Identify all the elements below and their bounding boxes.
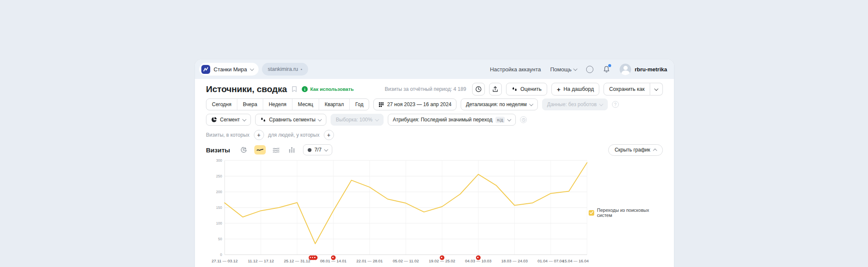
annotation-marker-dot bbox=[332, 257, 334, 258]
site-dot: • bbox=[300, 67, 302, 72]
add-visit-condition-button[interactable]: + bbox=[254, 130, 264, 140]
history-clock-button[interactable] bbox=[472, 83, 485, 96]
chart-title: Визиты bbox=[206, 146, 230, 154]
counter-name: Станки Мира bbox=[214, 66, 247, 73]
chevron-down-icon bbox=[654, 87, 659, 91]
period-quarter[interactable]: Квартал bbox=[319, 99, 349, 110]
site-tag[interactable]: stankimira.ru • bbox=[262, 63, 308, 76]
hide-chart-button[interactable]: Скрыть график bbox=[608, 144, 663, 156]
attribution-dropdown[interactable]: Атрибуция: Последний значимый переход К/… bbox=[388, 114, 516, 126]
y-tick-label: 100 bbox=[216, 221, 222, 225]
bookmark-icon[interactable] bbox=[291, 86, 298, 93]
user-menu[interactable]: rbru-metrika bbox=[620, 64, 667, 75]
filters-row-1: Сегодня Вчера Неделя Месяц Квартал Год 2… bbox=[206, 98, 663, 110]
attribution-label: Атрибуция: Последний значимый переход bbox=[393, 117, 492, 123]
annotation-marker-dot bbox=[441, 257, 442, 258]
rate-drops-icon bbox=[512, 86, 517, 92]
help-question-icon[interactable]: ? bbox=[612, 101, 619, 108]
top-bar: Станки Мира stankimira.ru • Настройка ак… bbox=[195, 59, 674, 79]
save-as-menu-button[interactable] bbox=[650, 83, 663, 96]
share-export-icon bbox=[492, 86, 498, 93]
chart-type-pie-button[interactable] bbox=[239, 145, 249, 155]
x-tick-label: 15.04 — 16.04 bbox=[562, 259, 589, 263]
period-year[interactable]: Год bbox=[349, 99, 369, 110]
chart-type-columns-button[interactable] bbox=[287, 145, 297, 155]
site-domain: stankimira.ru bbox=[268, 66, 298, 72]
period-yesterday[interactable]: Вчера bbox=[237, 99, 263, 110]
y-tick-label: 200 bbox=[216, 190, 222, 194]
export-button[interactable] bbox=[489, 83, 502, 96]
y-tick-label: 150 bbox=[216, 205, 222, 210]
compare-segments-dropdown[interactable]: Сравнить сегменты bbox=[255, 114, 327, 126]
chart-type-area-button[interactable] bbox=[271, 145, 281, 155]
counter-selector[interactable]: Станки Мира bbox=[199, 63, 259, 76]
chevron-down-icon bbox=[250, 67, 254, 71]
visits-period-total: Визиты за отчётный период: 4 189 bbox=[385, 86, 466, 92]
metrika-window: Станки Мира stankimira.ru • Настройка ак… bbox=[195, 59, 674, 267]
chat-icon[interactable] bbox=[586, 66, 593, 73]
notifications-bell[interactable] bbox=[603, 65, 610, 73]
small-clock-icon bbox=[522, 118, 526, 122]
period-week[interactable]: Неделя bbox=[263, 99, 292, 110]
detail-label: Детализация: по неделям bbox=[466, 101, 527, 107]
period-month[interactable]: Месяц bbox=[292, 99, 319, 110]
page-title: Источники, сводка bbox=[206, 84, 287, 94]
save-as-button[interactable]: Сохранить как bbox=[604, 83, 650, 96]
for-people-label: для людей, у которых bbox=[268, 132, 320, 138]
compare-label: Сравнить сегменты bbox=[269, 117, 316, 123]
title-row: Источники, сводка i Как использовать Виз… bbox=[206, 83, 663, 95]
data-mode-dropdown[interactable]: Данные: без роботов bbox=[542, 98, 608, 110]
date-range-picker[interactable]: 27 ноя 2023 — 16 апр 2024 bbox=[373, 98, 456, 110]
how-to-use-link[interactable]: i Как использовать bbox=[302, 86, 354, 92]
chevron-down-icon bbox=[375, 117, 379, 121]
goals-selector[interactable]: 7/7 bbox=[303, 144, 332, 155]
chevron-down-icon bbox=[324, 147, 328, 152]
add-people-condition-button[interactable]: + bbox=[324, 130, 334, 140]
attribution-badge: К/Д bbox=[495, 117, 505, 123]
sample-label: Выборка: 100% bbox=[336, 117, 372, 123]
segment-dropdown[interactable]: Сегмент bbox=[206, 114, 251, 126]
period-today[interactable]: Сегодня bbox=[206, 99, 237, 110]
legend-label: Переходы из поисковых систем bbox=[597, 208, 663, 218]
x-tick-label: 05.02 — 11.02 bbox=[393, 259, 419, 263]
avatar bbox=[620, 64, 631, 75]
help-menu[interactable]: Помощь bbox=[550, 66, 577, 73]
help-label: Помощь bbox=[550, 66, 571, 73]
rate-label: Оценить bbox=[520, 86, 542, 92]
filters-row-2: Сегмент Сравнить сегменты Выборка: 100% … bbox=[206, 114, 663, 126]
chevron-down-icon bbox=[318, 117, 322, 121]
chevron-down-icon bbox=[529, 102, 533, 106]
y-tick-label: 50 bbox=[218, 237, 223, 241]
x-tick-label: 11.12 — 17.12 bbox=[248, 259, 274, 263]
columns-chart-icon bbox=[289, 147, 295, 153]
add-to-dashboard-button[interactable]: + На дашборд bbox=[551, 83, 600, 96]
chart-header: Визиты bbox=[206, 144, 663, 155]
legend-item-search[interactable]: Переходы из поисковых систем bbox=[589, 208, 663, 218]
save-as-split-button: Сохранить как bbox=[604, 83, 663, 96]
x-tick-label: 25.12 — 31.12 bbox=[284, 259, 310, 263]
attribution-history-icon[interactable] bbox=[520, 116, 527, 123]
x-tick-label: 01.04 — 07.04 bbox=[537, 259, 564, 263]
y-tick-label: 0 bbox=[220, 253, 222, 257]
detail-dropdown[interactable]: Детализация: по неделям bbox=[461, 98, 538, 110]
annotation-marker-dot bbox=[477, 257, 479, 258]
compare-drops-icon bbox=[260, 117, 266, 123]
period-segmented-control: Сегодня Вчера Неделя Месяц Квартал Год bbox=[206, 98, 369, 110]
notification-dot bbox=[608, 64, 611, 67]
segment-label: Сегмент bbox=[220, 117, 240, 123]
goal-dot-icon bbox=[308, 148, 312, 152]
sample-dropdown[interactable]: Выборка: 100% bbox=[331, 114, 383, 126]
goals-count: 7/7 bbox=[314, 147, 322, 153]
conditions-row: Визиты, в которых + для людей, у которых… bbox=[206, 130, 663, 140]
rate-button[interactable]: Оценить bbox=[506, 83, 547, 96]
hide-chart-label: Скрыть график bbox=[615, 147, 650, 153]
chart-legend: Переходы из поисковых систем bbox=[589, 157, 663, 267]
clock-icon bbox=[475, 86, 482, 93]
title-actions: Визиты за отчётный период: 4 189 bbox=[385, 83, 663, 96]
chart-type-line-button[interactable] bbox=[254, 145, 266, 155]
account-settings-link[interactable]: Настройка аккаунта bbox=[490, 66, 541, 73]
visits-in-which-label: Визиты, в которых bbox=[206, 132, 250, 138]
chevron-down-icon bbox=[242, 117, 246, 121]
line-chart-svg: 05010015020025030027.11 — 03.1211.12 — 1… bbox=[206, 157, 589, 267]
annotation-marker-dot bbox=[314, 257, 315, 258]
